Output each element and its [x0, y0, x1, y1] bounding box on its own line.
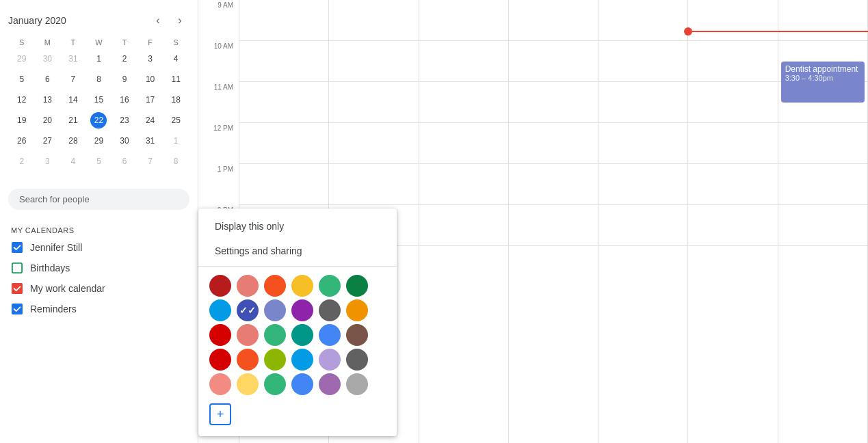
calendar-day[interactable]: 4 [163, 49, 188, 68]
hour-line [419, 0, 508, 41]
color-swatch[interactable] [319, 349, 341, 371]
calendar-day[interactable]: 21 [61, 111, 86, 130]
color-swatch[interactable] [319, 373, 341, 395]
calendar-day[interactable]: 15 [87, 90, 111, 109]
day-number: 15 [90, 92, 107, 108]
color-swatch[interactable] [237, 324, 259, 346]
display-only-menu-item[interactable]: Display this only [198, 214, 397, 239]
calendar-item-birthdays[interactable]: Birthdays [0, 258, 198, 278]
calendar-day[interactable]: 10 [138, 70, 163, 89]
calendar-day[interactable]: 26 [10, 131, 34, 150]
calendar-day[interactable]: 30 [36, 49, 60, 68]
color-swatch[interactable] [346, 299, 368, 321]
calendar-day[interactable]: 3 [138, 49, 163, 68]
calendar-day[interactable]: 29 [87, 131, 111, 150]
day-number: 10 [142, 71, 159, 88]
calendar-day[interactable]: 8 [87, 70, 111, 89]
calendar-day[interactable]: 28 [61, 131, 86, 150]
svg-rect-2 [12, 283, 23, 294]
color-swatch[interactable] [291, 373, 313, 395]
color-swatch[interactable]: ✓ [237, 299, 259, 321]
calendar-day[interactable]: 8 [163, 152, 188, 171]
day-number: 1 [168, 133, 184, 149]
calendar-day[interactable]: 24 [138, 111, 163, 130]
color-swatch[interactable] [264, 299, 286, 321]
color-swatch[interactable] [209, 373, 231, 395]
calendar-day[interactable]: 6 [36, 70, 60, 89]
color-swatch[interactable] [346, 275, 368, 297]
color-swatch[interactable] [209, 299, 231, 321]
prev-month-button[interactable]: ‹ [148, 11, 168, 30]
calendar-day[interactable]: 23 [112, 111, 137, 130]
calendar-day[interactable]: 16 [112, 90, 137, 109]
calendar-day[interactable]: 27 [36, 131, 60, 150]
calendar-day[interactable]: 14 [61, 90, 86, 109]
dentist-event[interactable]: Dentist appointment 3:30 – 4:30pm [781, 62, 865, 103]
calendar-item-mywork[interactable]: My work calendar [0, 278, 198, 299]
color-swatch[interactable] [237, 349, 259, 371]
calendar-day[interactable]: 5 [87, 152, 111, 171]
color-swatch[interactable] [237, 275, 259, 297]
calendar-day[interactable]: 18 [163, 90, 188, 109]
calendar-checkbox-reminders[interactable] [11, 303, 23, 315]
color-swatch[interactable] [264, 324, 286, 346]
calendar-day[interactable]: 7 [61, 70, 86, 89]
color-swatch[interactable] [264, 349, 286, 371]
color-swatch[interactable] [209, 349, 231, 371]
color-swatch[interactable] [264, 275, 286, 297]
calendar-checkbox-jennifer[interactable] [11, 241, 23, 254]
add-color-button[interactable]: + [209, 403, 231, 425]
color-swatch[interactable] [319, 324, 341, 346]
calendar-day[interactable]: 29 [10, 49, 34, 68]
color-swatch[interactable] [319, 299, 341, 321]
color-swatch[interactable] [291, 349, 313, 371]
my-calendars-title: My calendars [0, 221, 198, 237]
color-swatch[interactable] [291, 299, 313, 321]
settings-sharing-menu-item[interactable]: Settings and sharing [198, 239, 397, 263]
color-swatch[interactable] [209, 324, 231, 346]
calendar-item-reminders[interactable]: Reminders [0, 299, 198, 319]
calendar-day[interactable]: 1 [163, 131, 188, 150]
color-swatch[interactable] [264, 373, 286, 395]
calendar-day[interactable]: 30 [112, 131, 137, 150]
next-month-button[interactable]: › [170, 11, 189, 30]
color-swatch[interactable] [291, 275, 313, 297]
calendar-day[interactable]: 4 [61, 152, 86, 171]
day-number: 2 [14, 153, 30, 170]
calendar-item-jennifer[interactable]: Jennifer Still [0, 237, 198, 258]
calendar-day[interactable]: 7 [138, 152, 163, 171]
calendar-day[interactable]: 2 [10, 152, 34, 171]
color-swatch[interactable] [291, 324, 313, 346]
color-swatch[interactable] [346, 324, 368, 346]
calendar-day[interactable]: 25 [163, 111, 188, 130]
color-swatch[interactable] [237, 373, 259, 395]
calendar-day[interactable]: 11 [163, 70, 188, 89]
day-number: 3 [39, 153, 55, 170]
mini-cal-title: January 2020 [8, 15, 66, 26]
calendar-day[interactable]: 1 [87, 49, 111, 68]
calendar-day[interactable]: 5 [10, 70, 34, 89]
svg-rect-0 [12, 242, 23, 253]
calendar-day[interactable]: 19 [10, 111, 34, 130]
color-swatch[interactable] [209, 275, 231, 297]
color-swatch[interactable] [346, 373, 368, 395]
calendar-day[interactable]: 20 [36, 111, 60, 130]
calendar-day[interactable]: 3 [36, 152, 60, 171]
calendar-day[interactable]: 6 [112, 152, 137, 171]
color-swatch[interactable] [319, 275, 341, 297]
time-label: 9 AM [198, 0, 239, 41]
color-swatch[interactable] [346, 349, 368, 371]
calendar-day[interactable]: 13 [36, 90, 60, 109]
calendar-day[interactable]: 9 [112, 70, 137, 89]
calendar-checkbox-mywork[interactable] [11, 282, 23, 295]
calendar-day[interactable]: 31 [138, 131, 163, 150]
calendar-day[interactable]: 17 [138, 90, 163, 109]
calendar-day[interactable]: 2 [112, 49, 137, 68]
day-of-week-header: F [138, 37, 163, 48]
calendar-checkbox-birthdays[interactable] [11, 262, 23, 274]
calendar-day[interactable]: 12 [10, 90, 34, 109]
calendar-day[interactable]: 22 [87, 111, 111, 130]
calendar-day[interactable]: 31 [61, 49, 86, 68]
hour-line [419, 82, 508, 123]
search-people-input[interactable]: Search for people [8, 189, 189, 210]
